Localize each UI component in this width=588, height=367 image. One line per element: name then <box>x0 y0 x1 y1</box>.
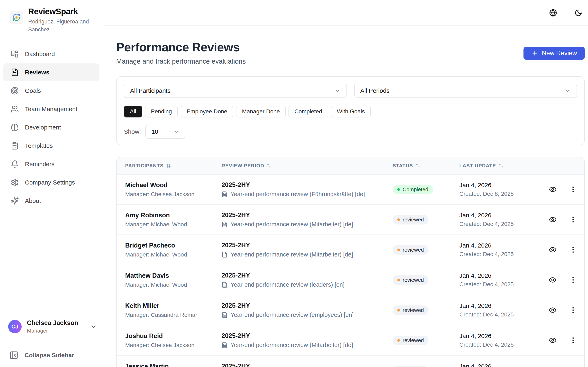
row-menu-button[interactable] <box>568 244 579 255</box>
periods-select[interactable]: All Periods <box>354 83 577 98</box>
file-text-icon <box>222 221 228 227</box>
status-cell: reviewed <box>393 336 459 345</box>
sidebar-item-label: About <box>25 197 41 204</box>
table-row: Amy Robinson Manager: Michael Wood 2025-… <box>117 205 584 235</box>
sidebar-item-team-management[interactable]: Team Management <box>3 100 99 118</box>
row-menu-button[interactable] <box>568 335 579 346</box>
avatar: CJ <box>8 320 22 333</box>
chip-all[interactable]: All <box>124 106 142 117</box>
created-date: Created: Dec 4, 2025 <box>459 221 547 227</box>
row-menu-button[interactable] <box>568 365 579 367</box>
chip-manager-done[interactable]: Manager Done <box>236 106 286 117</box>
participant-manager: Manager: Chelsea Jackson <box>125 191 222 198</box>
participant-name: Amy Robinson <box>125 212 222 219</box>
participants-cell: Michael Wood Manager: Chelsea Jackson <box>125 182 222 198</box>
review-period: 2025-2HY <box>222 242 393 249</box>
actions-cell <box>547 365 585 367</box>
file-text-icon <box>222 312 228 318</box>
sort-icon <box>498 163 503 168</box>
sidebar-item-dashboard[interactable]: Dashboard <box>3 45 99 63</box>
status-filter-chips: All Pending Employee Done Manager Done C… <box>124 106 577 117</box>
participants-select[interactable]: All Participants <box>124 83 347 98</box>
eye-icon <box>549 336 557 344</box>
sidebar-item-about[interactable]: About <box>3 192 99 210</box>
bell-icon <box>11 160 19 168</box>
participants-cell: Jessica Martin Manager: Cassandra Roman <box>125 363 222 367</box>
eye-icon <box>549 306 557 314</box>
periods-select-value: All Periods <box>360 87 389 94</box>
view-review-button[interactable] <box>547 335 558 346</box>
sidebar-item-label: Team Management <box>25 106 77 113</box>
status-dot-icon <box>397 218 400 221</box>
column-header-review-period[interactable]: Review Period <box>222 163 393 169</box>
review-period: 2025-2HY <box>222 363 393 367</box>
page-title-block: Performance Reviews Manage and track per… <box>116 41 246 65</box>
sidebar-item-reminders[interactable]: Reminders <box>3 155 99 173</box>
chip-completed[interactable]: Completed <box>288 106 328 117</box>
status-dot-icon <box>397 249 400 251</box>
view-review-button[interactable] <box>547 305 558 316</box>
participant-manager: Manager: Michael Wood <box>125 221 222 228</box>
table-row: Matthew Davis Manager: Michael Wood 2025… <box>117 265 584 295</box>
actions-cell <box>547 214 585 225</box>
participant-manager: Manager: Michael Wood <box>125 251 222 258</box>
page-size-value: 10 <box>151 128 158 135</box>
status-badge: Completed <box>393 185 433 194</box>
view-review-button[interactable] <box>547 214 558 225</box>
row-menu-button[interactable] <box>568 305 579 316</box>
view-review-button[interactable] <box>547 365 558 367</box>
chip-pending[interactable]: Pending <box>145 106 178 117</box>
status-badge: reviewed <box>393 305 429 315</box>
status-badge: reviewed <box>393 245 429 255</box>
chevron-down-icon <box>565 88 571 94</box>
plus-icon <box>531 50 538 57</box>
sidebar-item-label: Goals <box>25 87 41 94</box>
review-period: 2025-2HY <box>222 181 393 189</box>
column-header-participants[interactable]: Participants <box>125 163 222 169</box>
participant-manager: Manager: Cassandra Roman <box>125 312 222 318</box>
show-label: Show: <box>124 128 141 135</box>
new-review-button[interactable]: New Review <box>523 47 585 60</box>
gear-icon <box>11 178 19 187</box>
last-update-cell: Jan 4, 2026 Created: Dec 4, 2025 <box>459 363 547 367</box>
main-area: Performance Reviews Manage and track per… <box>103 0 588 367</box>
sort-icon <box>166 163 171 168</box>
sidebar-item-reviews[interactable]: Reviews <box>3 63 99 81</box>
status-badge: reviewed <box>393 275 429 285</box>
page-size-select[interactable]: 10 <box>145 125 185 139</box>
sidebar-item-company-settings[interactable]: Company Settings <box>3 174 99 192</box>
column-header-status[interactable]: Status <box>393 163 459 169</box>
kebab-menu-icon <box>569 276 577 284</box>
moon-icon <box>575 9 582 17</box>
actions-cell <box>547 184 585 195</box>
sidebar-item-goals[interactable]: Goals <box>3 82 99 100</box>
created-date: Created: Dec 4, 2025 <box>459 311 547 318</box>
view-review-button[interactable] <box>547 244 558 255</box>
participant-manager: Manager: Chelsea Jackson <box>125 342 222 349</box>
view-review-button[interactable] <box>547 275 558 285</box>
participant-name: Bridget Pacheco <box>125 242 222 249</box>
row-menu-button[interactable] <box>568 214 579 225</box>
table-row: Michael Wood Manager: Chelsea Jackson 20… <box>117 175 584 205</box>
column-header-last-update[interactable]: Last Update <box>459 163 547 169</box>
status-dot-icon <box>397 309 400 312</box>
participants-cell: Joshua Reid Manager: Chelsea Jackson <box>125 332 222 349</box>
table-row: Keith Miller Manager: Cassandra Roman 20… <box>117 295 584 325</box>
row-menu-button[interactable] <box>568 184 579 195</box>
participants-cell: Bridget Pacheco Manager: Michael Wood <box>125 242 222 258</box>
eye-icon <box>549 276 557 284</box>
last-update-date: Jan 4, 2026 <box>459 302 547 309</box>
sidebar-item-development[interactable]: Development <box>3 118 99 136</box>
view-review-button[interactable] <box>547 184 558 195</box>
user-menu[interactable]: CJ Chelsea Jackson Manager <box>0 319 103 334</box>
collapse-sidebar-button[interactable]: Collapse Sidebar <box>0 342 103 360</box>
last-update-date: Jan 4, 2026 <box>459 272 547 279</box>
language-globe-button[interactable] <box>547 7 559 19</box>
chip-employee-done[interactable]: Employee Done <box>181 106 233 117</box>
chip-with-goals[interactable]: With Goals <box>331 106 371 117</box>
dashboard-grid-icon <box>11 50 19 58</box>
sidebar-item-label: Reviews <box>25 69 49 76</box>
row-menu-button[interactable] <box>568 275 579 285</box>
sidebar-item-templates[interactable]: Templates <box>3 137 99 155</box>
dark-mode-toggle-button[interactable] <box>572 7 584 19</box>
